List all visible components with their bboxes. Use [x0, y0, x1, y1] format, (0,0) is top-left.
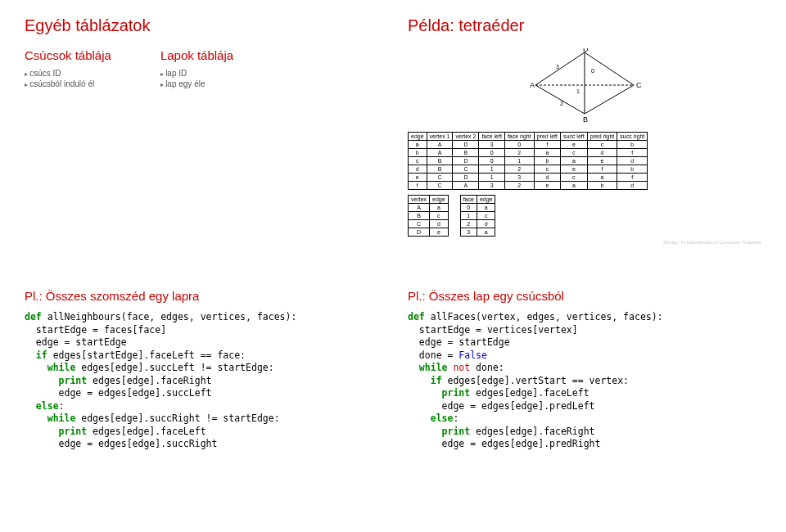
table-header: vertex 2 — [453, 133, 479, 141]
face-table: faceedge0a1c2d3a — [460, 195, 496, 237]
left-title: Egyéb táblázatok — [25, 16, 378, 35]
table-header: pred left — [534, 133, 560, 141]
tetrahedron-diagram: A B C D 0 1 2 3 — [408, 48, 761, 125]
table-row: De — [409, 228, 449, 237]
top-row: Egyéb táblázatok Csúcsok táblája csúcs I… — [25, 16, 761, 245]
tetra-svg: A B C D 0 1 2 3 — [527, 48, 642, 122]
table-header: face right — [504, 133, 534, 141]
svg-text:3: 3 — [556, 64, 559, 70]
table-header: vertex — [409, 196, 430, 204]
svg-line-1 — [585, 85, 634, 114]
table-row: aAD30fecb — [409, 141, 648, 149]
vertices-heading: Csúcsok táblája — [25, 48, 111, 62]
code-right: def allFaces(vertex, edges, vertices, fa… — [408, 311, 761, 451]
svg-text:A: A — [530, 81, 535, 89]
table-header: edge — [430, 196, 449, 204]
table-row: 2d — [460, 220, 495, 228]
tables-definitions: Csúcsok táblája csúcs ID csúcsból induló… — [25, 48, 378, 90]
table-row: 0a — [460, 204, 495, 212]
table-header: vertex 1 — [427, 133, 453, 141]
faces-list: lap ID lap egy éle — [160, 69, 233, 88]
svg-text:1: 1 — [576, 88, 580, 94]
small-tables-row: vertexedgeAaBcCdDe faceedge0a1c2d3a — [408, 195, 761, 237]
table-row: bAB02acdf — [409, 149, 648, 157]
table-header: succ left — [561, 133, 588, 141]
svg-text:2: 2 — [560, 101, 563, 106]
table-row: Bc — [409, 212, 449, 220]
svg-text:B: B — [583, 115, 588, 122]
table-row: Cd — [409, 220, 449, 228]
table-header: succ right — [617, 133, 648, 141]
faces-table-def: Lapok táblája lap ID lap egy éle — [160, 48, 233, 90]
code-right-heading: Pl.: Összes lap egy csúcsból — [408, 289, 761, 303]
code-left-heading: Pl.: Összes szomszéd egy lapra — [25, 289, 378, 303]
bottom-row: Pl.: Összes szomszéd egy lapra def allNe… — [25, 281, 761, 451]
vertices-table-def: Csúcsok táblája csúcs ID csúcsból induló… — [25, 48, 111, 90]
table-row: 1c — [460, 212, 495, 220]
svg-text:D: D — [583, 48, 589, 53]
list-item: csúcsból induló él — [25, 79, 111, 88]
right-column: Példa: tetraéder A B C D 0 1 2 3 edgever… — [408, 16, 761, 245]
vertices-list: csúcs ID csúcsból induló él — [25, 69, 111, 88]
table-header: face left — [479, 133, 505, 141]
table-row: eCD13dcaf — [409, 174, 648, 182]
table-header: face — [460, 196, 477, 204]
table-header: pred right — [587, 133, 617, 141]
table-row: Aa — [409, 204, 449, 212]
left-column: Egyéb táblázatok Csúcsok táblája csúcs I… — [25, 16, 378, 245]
list-item: csúcs ID — [25, 69, 111, 78]
edge-table: edgevertex 1vertex 2face leftface rightp… — [408, 132, 648, 190]
table-row: dBC12cefb — [409, 165, 648, 174]
attribution: Shirley: Fundamentals of Computer Graphi… — [408, 240, 761, 245]
code-left-column: Pl.: Összes szomszéd egy lapra def allNe… — [25, 281, 378, 451]
list-item: lap egy éle — [160, 79, 233, 88]
list-item: lap ID — [160, 69, 233, 78]
vertex-table: vertexedgeAaBcCdDe — [408, 195, 449, 237]
table-row: 3a — [460, 228, 495, 237]
svg-line-3 — [535, 52, 585, 85]
table-header: edge — [409, 133, 427, 141]
table-row: fCA32eabd — [409, 182, 648, 190]
table-header: edge — [477, 196, 495, 204]
code-left: def allNeighbours(face, edges, vertices,… — [25, 311, 378, 451]
right-title: Példa: tetraéder — [408, 16, 761, 35]
table-row: cBD01baed — [409, 157, 648, 165]
svg-text:0: 0 — [591, 68, 594, 74]
faces-heading: Lapok táblája — [160, 48, 233, 62]
svg-text:C: C — [636, 81, 642, 89]
code-right-column: Pl.: Összes lap egy csúcsból def allFace… — [408, 281, 761, 451]
